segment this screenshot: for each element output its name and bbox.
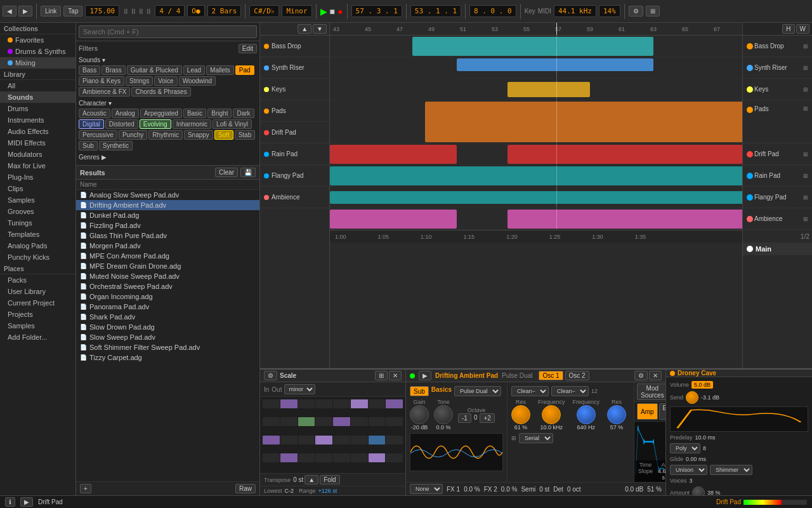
tag-bright[interactable]: Bright [207,109,232,118]
sidebar-item-samples[interactable]: Samples [0,194,75,206]
track-header-ambience[interactable]: Ambience [260,187,330,208]
res2-knob[interactable] [607,405,626,424]
env-sustain-point[interactable] [653,439,654,444]
tag-arpeggiated[interactable]: Arpeggiated [140,109,182,118]
synth-settings-btn[interactable]: ⚙ [634,371,648,380]
filter2-type-select[interactable]: Clean− [551,386,589,396]
sidebar-item-current-project[interactable]: Current Project [0,297,75,309]
tag-mallets[interactable]: Mallets [206,65,234,75]
shimmer-select[interactable]: Shimmer [710,465,752,475]
timesig-display[interactable]: 4 / 4 [155,5,185,17]
serial-select[interactable]: Serial [519,433,553,443]
tag-stab[interactable]: Stab [235,130,256,140]
clip-keys[interactable] [508,82,590,97]
far-track-bass-drop[interactable]: Bass Drop ⊞ [743,36,812,57]
track-header-rain-pad[interactable]: Rain Pad [260,144,330,165]
poly-select[interactable]: Poly [670,443,700,453]
sidebar-item-all[interactable]: All [0,80,75,91]
tag-bass[interactable]: Bass [79,65,100,75]
forward-button[interactable]: ▶ [18,6,32,17]
clip-bass-drop-1[interactable] [412,37,653,56]
tag-voice[interactable]: Voice [154,76,177,86]
result-morgen[interactable]: 📄 Morgen Pad.adv [76,241,259,251]
synth-close-btn[interactable]: ✕ [649,371,662,380]
result-soft-shimmer[interactable]: 📄 Soft Shimmer Filter Sweep Pad.adv [76,342,259,352]
synth-play-btn[interactable]: ▶ [419,371,431,380]
oct-dec-btn[interactable]: -1 [458,413,471,423]
track-header-bass-drop[interactable]: Bass Drop [260,36,330,57]
tag-acoustic[interactable]: Acoustic [79,109,110,118]
result-analog-slow[interactable]: 📄 Analog Slow Sweep Pad.adv [76,190,259,200]
clip-drift-pad-2[interactable] [508,145,742,164]
tag-chords[interactable]: Chords & Phrases [131,87,190,97]
far-track-rain-pad[interactable]: Rain Pad ⊞ [743,165,812,187]
result-dunkel[interactable]: 📄 Dunkel Pad.adg [76,210,259,220]
scale-close-btn[interactable]: ✕ [389,371,402,380]
scale-settings-btn[interactable]: ⚙ [264,371,277,380]
main-track-area[interactable]: Main [743,243,812,255]
raw-button[interactable]: Raw [235,484,256,493]
sidebar-item-plug-ins[interactable]: Plug-Ins [0,171,75,183]
key-display[interactable]: C#/D♭ [249,5,279,17]
far-track-keys[interactable]: Keys ⊞ [743,79,812,100]
amount-knob[interactable] [692,486,705,495]
sidebar-item-audio-effects[interactable]: Audio Effects [0,126,75,137]
sidebar-item-clips[interactable]: Clips [0,183,75,194]
position-display[interactable]: 57 . 3 . 1 [351,5,402,17]
sidebar-item-sounds[interactable]: Sounds [0,91,75,103]
res-knob[interactable] [511,405,530,424]
monitor-display[interactable]: O● [187,5,204,17]
scroll-up-btn[interactable]: ▲ [298,24,311,34]
amp-tab[interactable]: Amp [637,403,658,420]
sidebar-item-max-for-live[interactable]: Max for Live [0,160,75,171]
sidebar-item-modulators[interactable]: Modulators [0,149,75,160]
send-knob[interactable] [686,391,698,404]
result-shark[interactable]: 📄 Shark Pad.adv [76,312,259,322]
sidebar-item-drums-synths[interactable]: Drums & Synths [0,46,75,57]
freq2-knob[interactable] [577,405,596,424]
character-section-toggle[interactable]: Character ▾ [79,100,112,107]
filter-type-select[interactable]: Clean− [511,386,549,396]
clip-flangy-pad[interactable] [330,191,742,204]
sidebar-item-templates[interactable]: Templates [0,229,75,240]
osc1-btn[interactable]: Osc 1 [539,371,563,380]
far-track-ambience[interactable]: Ambience ⊞ [743,208,812,230]
result-glass[interactable]: 📄 Glass Thin Pure Pad.adv [76,231,259,241]
loop-end-display[interactable]: 8 . 0 . 0 [469,5,516,17]
tag-woodwind[interactable]: Woodwind [179,76,216,86]
sounds-section-toggle[interactable]: Sounds ▾ [79,57,105,64]
track-header-pads[interactable]: Pads [260,100,330,122]
env2-tab[interactable]: Env 2 [659,403,665,420]
sidebar-item-drums[interactable]: Drums [0,103,75,114]
result-panorama[interactable]: 📄 Panorama Pad.adv [76,302,259,312]
oct-inc-btn[interactable]: +2 [480,413,494,423]
result-drifting-ambient[interactable]: 📄 Drifting Ambient Pad.adv [76,200,259,210]
clip-drift-pad-1[interactable] [330,145,457,164]
far-track-pads[interactable]: Pads ⊞ [743,100,812,144]
track-header-keys[interactable]: Keys [260,79,330,100]
far-track-drift-pad[interactable]: Drift Pad ⊞ [743,144,812,165]
result-organ[interactable]: 📄 Organ Incoming.adg [76,291,259,302]
tag-soft[interactable]: Soft [214,130,233,140]
view-toggle-w[interactable]: W [796,24,809,34]
scroll-dn-btn[interactable]: ▼ [313,24,327,34]
osc2-btn[interactable]: Osc 2 [565,371,589,380]
sidebar-item-samples-place[interactable]: Samples [0,320,75,331]
clip-synth-riser[interactable] [457,58,653,71]
far-track-synth-riser[interactable]: Synth Riser ⊞ [743,57,812,79]
env-attack-point[interactable] [638,425,639,431]
sidebar-item-projects[interactable]: Projects [0,309,75,320]
loop-start-display[interactable]: 53 . 1 . 1 [410,5,461,17]
record-button[interactable]: ● [337,6,343,17]
result-orchestral[interactable]: 📄 Orchestral Sweep Pad.adv [76,281,259,291]
bars-display[interactable]: 2 Bars [207,5,242,17]
tone-knob[interactable] [434,405,453,424]
tag-guitar[interactable]: Guitar & Plucked [127,65,182,75]
sidebar-item-add-folder[interactable]: Add Folder... [0,331,75,343]
clip-pads[interactable] [425,102,742,142]
bpm-display[interactable]: 175.00 [85,5,119,17]
tag-strings[interactable]: Strings [126,76,153,86]
tag-synthetic[interactable]: Synthetic [99,141,133,150]
tag-sub[interactable]: Sub [79,141,98,150]
tag-inharmonic[interactable]: Inharmonic [173,119,211,129]
